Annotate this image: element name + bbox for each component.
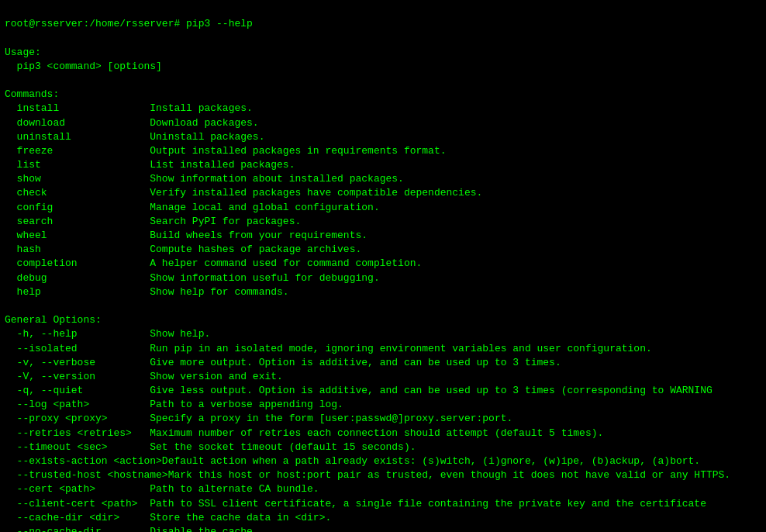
commands-list: install Install packages. download Downl…: [5, 102, 482, 297]
usage-line: pip3 <command> [options]: [5, 60, 162, 72]
general-header: General Options:: [5, 314, 102, 326]
usage-header: Usage:: [5, 47, 41, 58]
options-list: -h, --help Show help. --isolated Run pip…: [5, 328, 730, 532]
top-prompt: root@rsserver:/home/rsserver# pip3 --hel…: [5, 18, 253, 29]
commands-header: Commands:: [5, 88, 59, 100]
terminal-window: root@rsserver:/home/rsserver# pip3 --hel…: [5, 3, 761, 532]
